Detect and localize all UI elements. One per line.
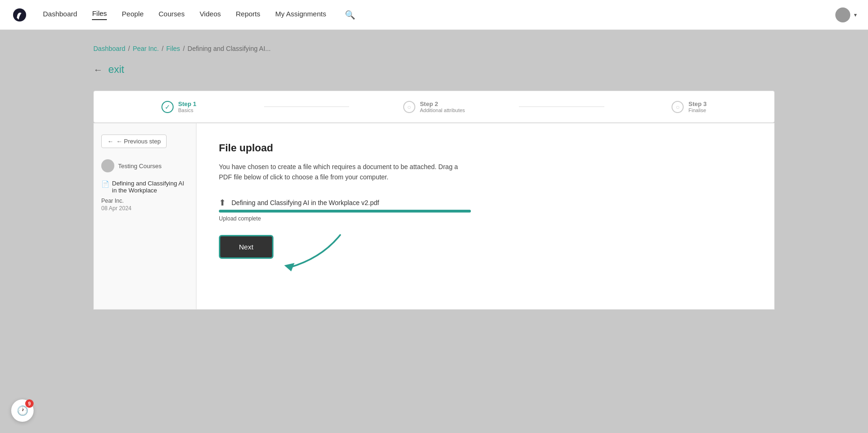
- step-3-sub: Finalise: [688, 107, 707, 113]
- panel-title: File upload: [219, 142, 752, 154]
- top-navigation: Dashboard Files People Courses Videos Re…: [0, 0, 868, 30]
- exit-row: ← exit: [93, 64, 775, 76]
- breadcrumb-files[interactable]: Files: [166, 45, 180, 52]
- left-sidebar: ← ← Previous step Testing Courses 📄 Defi…: [94, 123, 196, 309]
- sidebar-avatar: [101, 159, 114, 172]
- chevron-down-icon[interactable]: ▾: [854, 12, 857, 18]
- upload-row: ⬆ Defining and Classifying AI in the Wor…: [219, 198, 752, 208]
- step-2-name: Step 2: [420, 100, 465, 107]
- nav-links: Dashboard Files People Courses Videos Re…: [43, 9, 835, 20]
- step-divider-1: [264, 106, 349, 107]
- bottom-badge[interactable]: 🕐 9: [11, 399, 34, 422]
- sidebar-file-title: 📄 Defining and Classifying AI in the Wor…: [101, 180, 189, 194]
- file-title-text: Defining and Classifying AI in the Workp…: [112, 180, 189, 194]
- prev-arrow-icon: ←: [107, 138, 113, 145]
- step-1-sub: Basics: [178, 107, 196, 113]
- step-1-name: Step 1: [178, 100, 196, 107]
- step-2-sub: Additional attributes: [420, 107, 465, 113]
- sidebar-user: Testing Courses: [101, 159, 189, 172]
- upload-icon: ⬆: [219, 198, 226, 208]
- nav-right: ▾: [835, 7, 857, 22]
- step-2: ○ Step 2 Additional attributes: [349, 100, 519, 113]
- nav-reports[interactable]: Reports: [236, 10, 260, 20]
- arrow-annotation: [261, 230, 345, 288]
- exit-label[interactable]: exit: [108, 64, 124, 76]
- breadcrumb: Dashboard / Pear Inc. / Files / Defining…: [93, 45, 775, 52]
- stepper: ✓ Step 1 Basics ○ Step 2 Additional attr…: [93, 91, 775, 123]
- panel-description: You have chosen to create a file which r…: [219, 162, 471, 183]
- step-2-icon: ○: [403, 101, 415, 113]
- prev-step-button[interactable]: ← ← Previous step: [101, 135, 167, 148]
- step-divider-2: [519, 106, 604, 107]
- nav-people[interactable]: People: [122, 10, 144, 20]
- sidebar-username: Testing Courses: [118, 163, 161, 170]
- content-wrapper: ← ← Previous step Testing Courses 📄 Defi…: [93, 123, 775, 310]
- main-panel: File upload You have chosen to create a …: [196, 123, 774, 309]
- progress-bar-fill: [219, 210, 471, 213]
- search-icon[interactable]: 🔍: [345, 10, 355, 20]
- main-content: Dashboard / Pear Inc. / Files / Defining…: [0, 30, 868, 325]
- nav-courses[interactable]: Courses: [159, 10, 185, 20]
- file-icon: 📄: [101, 180, 109, 188]
- step-3: ○ Step 3 Finalise: [604, 100, 775, 113]
- nav-my-assignments[interactable]: My Assignments: [275, 10, 326, 20]
- breadcrumb-current: Defining and Classifying AI...: [188, 45, 271, 52]
- app-logo[interactable]: [11, 7, 28, 23]
- upload-filename: Defining and Classifying AI in the Workp…: [231, 199, 379, 206]
- badge-count: 9: [25, 399, 34, 408]
- step-1-icon: ✓: [161, 101, 174, 113]
- svg-marker-1: [284, 263, 294, 271]
- nav-dashboard[interactable]: Dashboard: [43, 10, 77, 20]
- step-3-icon: ○: [672, 101, 684, 113]
- next-button[interactable]: Next: [219, 235, 273, 259]
- nav-videos[interactable]: Videos: [200, 10, 221, 20]
- breadcrumb-pear-inc[interactable]: Pear Inc.: [133, 45, 159, 52]
- sidebar-date: 08 Apr 2024: [101, 205, 189, 212]
- back-arrow-icon[interactable]: ←: [93, 64, 103, 75]
- next-button-wrapper: Next: [219, 235, 273, 259]
- nav-files[interactable]: Files: [92, 9, 107, 20]
- sidebar-org: Pear Inc.: [101, 198, 189, 204]
- prev-step-label: ← Previous step: [116, 138, 161, 145]
- step-3-name: Step 3: [688, 100, 707, 107]
- step-1: ✓ Step 1 Basics: [94, 100, 264, 113]
- breadcrumb-dashboard[interactable]: Dashboard: [93, 45, 126, 52]
- upload-status: Upload complete: [219, 215, 752, 222]
- progress-bar: [219, 210, 471, 213]
- avatar[interactable]: [835, 7, 850, 22]
